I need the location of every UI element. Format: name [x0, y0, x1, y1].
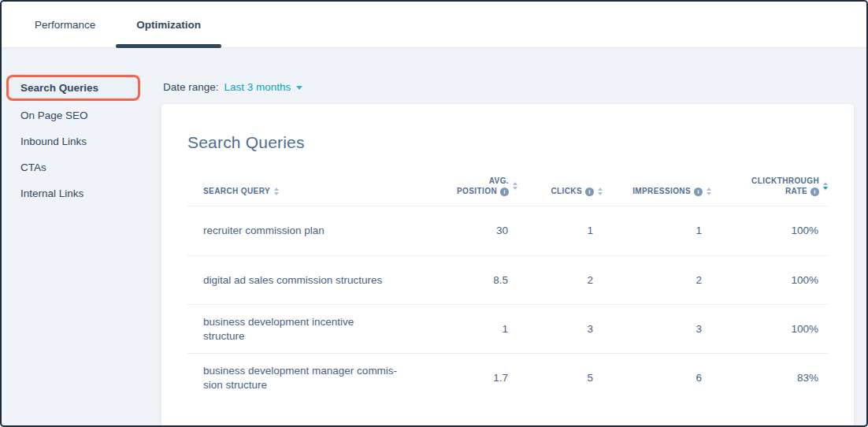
info-icon[interactable]: i: [500, 188, 509, 196]
sidebar-item-on-page-seo[interactable]: On Page SEO: [2, 102, 151, 128]
cell-impressions: 6: [603, 362, 711, 395]
info-icon[interactable]: i: [694, 188, 703, 196]
sort-carets-icon[interactable]: [823, 182, 828, 190]
cell-avg-position: 1.7: [425, 362, 517, 395]
cell-clicks: 1: [517, 214, 603, 247]
column-header-clickthrough-rate[interactable]: CLICKTHROUGH RATEi: [711, 176, 828, 196]
column-header-clicks[interactable]: CLICKSi: [517, 186, 603, 196]
info-icon[interactable]: i: [811, 188, 819, 196]
cell-clickthrough-rate: 100%: [711, 264, 828, 297]
top-tab-bar: Performance Optimization: [2, 2, 866, 48]
page-body: Search Queries On Page SEO Inbound Links…: [2, 48, 866, 425]
column-header-label: SEARCH QUERY: [203, 186, 270, 196]
column-header-impressions[interactable]: IMPRESSIONSi: [603, 186, 711, 196]
tab-optimization[interactable]: Optimization: [116, 2, 221, 47]
cell-avg-position: 30: [425, 214, 517, 247]
column-header-label: CLICKTHROUGH RATEi: [751, 176, 819, 196]
sidebar-item-label: On Page SEO: [20, 110, 88, 121]
date-range-value[interactable]: Last 3 months: [224, 81, 291, 93]
sort-carets-icon[interactable]: [274, 188, 279, 195]
sort-down-icon: [274, 192, 279, 195]
sort-down-icon: [823, 187, 828, 190]
table-row[interactable]: recruiter commission plan 30 1 1 100%: [187, 206, 828, 255]
column-header-avg-position[interactable]: AVG. POSITIONi: [425, 176, 517, 196]
search-queries-card: Search Queries SEARCH QUERY AVG. POSITIO…: [161, 104, 854, 427]
info-icon[interactable]: i: [585, 188, 594, 196]
main-content: Date range: Last 3 months Search Queries…: [151, 48, 866, 425]
cell-clicks: 5: [517, 362, 603, 395]
cell-impressions: 1: [603, 214, 711, 247]
sidebar-item-ctas[interactable]: CTAs: [2, 154, 151, 180]
column-header-label: CLICKSi: [551, 186, 594, 196]
table-row[interactable]: business development incentive structure…: [187, 304, 828, 353]
cell-clicks: 3: [517, 313, 603, 346]
sort-up-icon: [823, 182, 828, 185]
tab-label: Optimization: [136, 19, 201, 31]
sidebar: Search Queries On Page SEO Inbound Links…: [2, 48, 151, 425]
table-row[interactable]: business development manager commis- sio…: [187, 353, 828, 402]
cell-clickthrough-rate: 100%: [711, 214, 828, 247]
cell-avg-position: 8.5: [425, 264, 517, 297]
column-header-label: IMPRESSIONSi: [632, 186, 703, 196]
table-header-row: SEARCH QUERY AVG. POSITIONi CLICKSi IMPR…: [187, 176, 828, 206]
sidebar-item-internal-links[interactable]: Internal Links: [2, 180, 151, 206]
cell-search-query: business development incentive structure: [187, 306, 425, 353]
date-range-label: Date range:: [163, 81, 219, 93]
app-window: Performance Optimization Search Queries …: [0, 0, 868, 427]
sidebar-item-inbound-links[interactable]: Inbound Links: [2, 128, 151, 154]
sidebar-item-label: CTAs: [20, 162, 46, 173]
cell-impressions: 3: [603, 313, 711, 346]
card-title: Search Queries: [187, 133, 828, 152]
sidebar-item-label: Internal Links: [20, 188, 83, 199]
cell-impressions: 2: [603, 264, 711, 297]
column-header-search-query[interactable]: SEARCH QUERY: [187, 186, 425, 196]
sidebar-item-label: Search Queries: [20, 82, 98, 94]
sort-up-icon: [274, 188, 279, 191]
cell-clickthrough-rate: 100%: [711, 313, 828, 346]
tab-label: Performance: [35, 19, 95, 31]
column-header-label: AVG. POSITIONi: [457, 176, 509, 196]
cell-avg-position: 1: [425, 313, 517, 346]
cell-clicks: 2: [517, 264, 603, 297]
sidebar-item-search-queries[interactable]: Search Queries: [6, 75, 140, 101]
chevron-down-icon[interactable]: [296, 86, 302, 90]
tab-performance[interactable]: Performance: [14, 2, 116, 47]
cell-search-query: recruiter commission plan: [187, 214, 425, 247]
date-range-control: Date range: Last 3 months: [163, 81, 854, 93]
table-row[interactable]: digital ad sales commission structures 8…: [187, 255, 828, 304]
cell-clickthrough-rate: 83%: [711, 362, 828, 395]
sidebar-item-label: Inbound Links: [20, 136, 87, 147]
cell-search-query: business development manager commis- sio…: [187, 355, 425, 402]
table-body: recruiter commission plan 30 1 1 100% di…: [187, 206, 828, 402]
cell-search-query: digital ad sales commission structures: [187, 264, 425, 297]
sort-up-icon: [513, 182, 517, 185]
search-queries-table: SEARCH QUERY AVG. POSITIONi CLICKSi IMPR…: [187, 176, 828, 402]
